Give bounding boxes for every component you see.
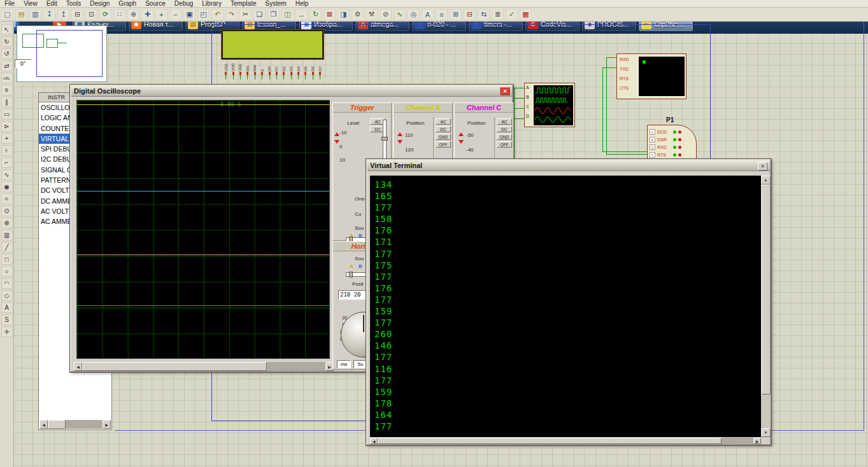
scroll-track[interactable] (722, 438, 753, 444)
channel-a-up-arrow[interactable] (397, 132, 402, 136)
channel-c-ac-button[interactable]: AC (497, 118, 512, 125)
channel-c-up-arrow[interactable] (459, 132, 464, 136)
terminal-titlebar[interactable]: Virtual Terminal ✕ (367, 160, 770, 171)
wire[interactable] (602, 151, 648, 152)
timebase-unit-5u[interactable]: 5u (353, 360, 367, 368)
redo-icon[interactable]: ↷ (225, 9, 238, 20)
path-2d-icon[interactable]: ◇ (1, 290, 13, 301)
symbol-2d-icon[interactable]: S (1, 314, 13, 325)
wire[interactable] (515, 108, 524, 109)
export-section-icon[interactable]: ↥ (57, 9, 69, 20)
design-overview-panel[interactable] (17, 25, 107, 82)
scroll-down-arrow[interactable]: ▼ (761, 428, 771, 437)
junction-dot-icon[interactable]: + (1, 133, 13, 144)
scroll-thumb[interactable] (378, 438, 722, 444)
line-2d-icon[interactable]: ╱ (1, 242, 13, 253)
open-design-icon[interactable]: ▤ (15, 9, 27, 20)
wire[interactable] (602, 67, 616, 68)
wire-label-icon[interactable]: LBL (1, 73, 13, 83)
block-copy-icon[interactable]: ◫ (281, 9, 294, 20)
device-pin-icon[interactable]: ⌐ (1, 157, 13, 168)
channel-a-off-button[interactable]: OFF (436, 141, 451, 148)
voltage-probe-icon[interactable]: ⊙ (1, 206, 13, 216)
component-mode-icon[interactable]: ⊳ (1, 121, 13, 132)
center-at-cursor-icon[interactable]: ✚ (141, 9, 153, 20)
search-tag-icon[interactable]: ◎ (408, 9, 420, 20)
toggle-grid-icon[interactable]: ∷ (113, 9, 125, 20)
menu-help[interactable]: Help (291, 0, 313, 7)
redraw-icon[interactable]: ⟳ (99, 9, 111, 20)
wire-autorouter-icon[interactable]: ∿ (394, 9, 406, 20)
channel-a-gnd-button[interactable]: GND (436, 134, 451, 140)
menu-edit[interactable]: Edit (42, 0, 62, 7)
scroll-thumb[interactable] (82, 362, 267, 371)
property-assignment-icon[interactable]: A (422, 9, 434, 20)
menu-debug[interactable]: Debug (170, 0, 197, 7)
rotate-anticlockwise-icon[interactable]: ↺ (1, 48, 13, 59)
tape-recorder-icon[interactable]: ◉ (1, 181, 13, 192)
mark-output-area-icon[interactable]: ⊡ (85, 9, 97, 20)
wire[interactable] (515, 98, 524, 99)
scroll-thumb[interactable] (761, 185, 771, 394)
false-origin-icon[interactable]: ⊕ (127, 9, 139, 20)
print-icon[interactable]: ⊟ (71, 9, 83, 20)
wire[interactable] (514, 88, 515, 159)
scroll-left-arrow[interactable]: ◀ (74, 362, 82, 371)
channel-a-dc-button[interactable]: DC (436, 126, 451, 132)
cut-icon[interactable]: ✂ (239, 9, 252, 20)
scroll-up-arrow[interactable]: ▲ (761, 176, 771, 185)
scroll-track[interactable] (267, 362, 325, 371)
timebase-unit-ms[interactable]: ms (337, 360, 351, 368)
circle-2d-icon[interactable]: ○ (1, 266, 13, 277)
current-probe-icon[interactable]: ⊗ (1, 218, 13, 228)
channel-c-gnd-button[interactable]: GND (497, 134, 512, 140)
text-script-icon[interactable]: ≡ (1, 85, 13, 95)
bus-mode-icon[interactable]: ∥ (1, 97, 13, 108)
wire[interactable] (606, 57, 607, 154)
rotation-angle-field[interactable]: 0° (15, 59, 31, 68)
zoom-area-icon[interactable]: ◰ (197, 9, 210, 20)
virtual-instruments-icon[interactable]: ▥ (1, 230, 13, 240)
close-icon[interactable]: ✕ (758, 162, 767, 171)
import-section-icon[interactable]: ↧ (43, 9, 55, 20)
wire[interactable] (515, 88, 524, 88)
trigger-level-slider[interactable] (383, 120, 387, 162)
remove-sheet-icon[interactable]: ⊟ (464, 9, 476, 20)
rotate-clockwise-icon[interactable]: ↻ (1, 36, 13, 47)
wire[interactable] (606, 57, 616, 58)
oscilloscope-titlebar[interactable]: Digital Oscilloscope ✕ (71, 86, 512, 97)
decompose-icon[interactable]: ⊘ (380, 9, 392, 20)
menu-library[interactable]: Library (197, 0, 226, 7)
horizontal-source-b[interactable]: B (359, 263, 362, 269)
menu-source[interactable]: Source (141, 0, 170, 7)
trigger-cursors-label[interactable]: Cu (355, 211, 361, 217)
scroll-left-arrow[interactable]: ◀ (39, 420, 48, 429)
paste-icon[interactable]: ❐ (267, 9, 280, 20)
wire[interactable] (606, 154, 648, 155)
graph-mode-icon[interactable]: ∿ (1, 169, 13, 180)
terminal-vscrollbar[interactable]: ▲ ▼ (761, 176, 771, 437)
goto-sheet-icon[interactable]: ⇆ (478, 9, 490, 20)
scroll-thumb[interactable] (48, 420, 66, 429)
channel-a-ac-button[interactable]: AC (436, 118, 451, 125)
trigger-oneshot-label[interactable]: One- (355, 196, 366, 202)
make-device-icon[interactable]: ⚙ (352, 9, 364, 20)
arc-2d-icon[interactable]: ◠ (1, 278, 13, 289)
menu-file[interactable]: File (0, 0, 19, 7)
scroll-right-arrow[interactable]: ▶ (753, 438, 761, 444)
menu-system[interactable]: System (260, 0, 290, 7)
block-delete-icon[interactable]: ⊠ (324, 9, 336, 20)
text-2d-icon[interactable]: A (1, 302, 13, 313)
undo-icon[interactable]: ↶ (211, 9, 224, 20)
channel-c-dc-button[interactable]: DC (497, 126, 512, 132)
block-move-icon[interactable]: ↔ (295, 9, 308, 20)
box-2d-icon[interactable]: □ (1, 254, 13, 265)
generator-mode-icon[interactable]: ≈ (1, 193, 13, 204)
block-rotate-icon[interactable]: ↻ (309, 9, 322, 20)
packaging-tool-icon[interactable]: ⚒ (366, 9, 378, 20)
terminal-output[interactable]: 1341651771581761711771751771761771591772… (370, 176, 761, 437)
instruments-hscrollbar[interactable]: ◀ ▶ (39, 420, 111, 429)
trigger-down-arrow[interactable] (334, 140, 339, 144)
scope-hscrollbar[interactable]: ◀ ▶ (74, 362, 334, 371)
zoom-all-icon[interactable]: ▣ (183, 9, 196, 20)
